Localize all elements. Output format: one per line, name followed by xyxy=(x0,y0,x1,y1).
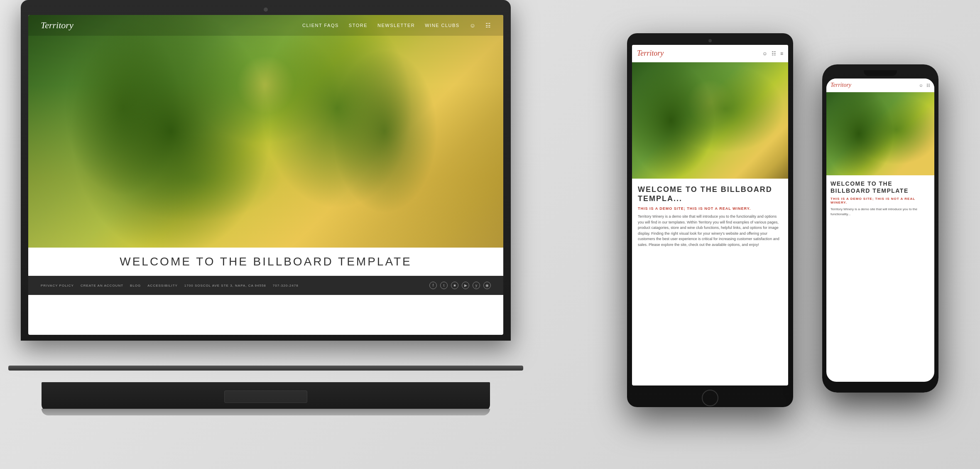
laptop-nav-links: CLIENT FAQS STORE NEWSLETTER WINE CLUBS … xyxy=(302,22,491,29)
laptop-foot-bottom xyxy=(42,409,490,415)
phone-cart-icon[interactable]: ☷ xyxy=(926,83,930,88)
phone-hero-image xyxy=(826,92,934,175)
footer-accessibility[interactable]: ACCESSIBILITY xyxy=(147,284,178,287)
laptop-nav-store[interactable]: STORE xyxy=(349,23,368,28)
tablet-camera xyxy=(708,39,712,42)
laptop-hero-image xyxy=(28,15,503,248)
tablet-cart-icon[interactable]: ☷ xyxy=(772,51,776,56)
phone-device: Territory ☺ ☷ WELCOME TO THE BILLBOARD T… xyxy=(822,64,938,393)
youtube-icon[interactable]: ▶ xyxy=(462,282,469,289)
tablet-hero-image xyxy=(632,62,788,179)
laptop-keyboard xyxy=(42,382,490,411)
laptop-hero-title-bar: WELCOME TO THE BILLBOARD TEMPLATE xyxy=(28,248,503,276)
phone-demo-label: THIS IS A DEMO SITE; THIS IS NOT A REAL … xyxy=(831,197,930,204)
phone-nav-icons: ☺ ☷ xyxy=(919,83,930,88)
laptop-trackpad xyxy=(224,390,307,403)
laptop-nav-newsletter[interactable]: NEWSLETTER xyxy=(377,23,415,28)
laptop-hinge xyxy=(8,366,523,371)
tablet-screen: Territory ☺ ☷ ≡ WELCOME TO THE BILLBOARD… xyxy=(632,45,788,386)
laptop-logo[interactable]: Territory xyxy=(41,20,74,31)
footer-create-account[interactable]: CREATE AN ACCOUNT xyxy=(81,284,123,287)
twitter-icon[interactable]: t xyxy=(440,282,448,289)
laptop-nav-user-icon[interactable]: ☺ xyxy=(470,22,475,29)
tablet-nav-icons: ☺ ☷ ≡ xyxy=(762,51,783,56)
laptop-nav-cart-icon[interactable]: ☷ xyxy=(485,22,491,29)
tablet-content: WELCOME TO THE BILLBOARD TEMPLA... THIS … xyxy=(632,179,788,254)
laptop-footer-social: f t ■ ▶ y ◉ xyxy=(429,282,491,289)
laptop-device: Territory CLIENT FAQS STORE NEWSLETTER W… xyxy=(21,0,511,415)
footer-privacy-policy[interactable]: PRIVACY POLICY xyxy=(41,284,74,287)
laptop-site-nav: Territory CLIENT FAQS STORE NEWSLETTER W… xyxy=(28,15,503,36)
phone-notch xyxy=(864,70,897,76)
footer-address: 1700 SOSCOL AVE STE 3, NAPA, CA 94558 xyxy=(184,284,266,287)
laptop-lid: Territory CLIENT FAQS STORE NEWSLETTER W… xyxy=(21,0,511,341)
tablet-nav: Territory ☺ ☷ ≡ xyxy=(632,45,788,62)
tablet-home-button[interactable] xyxy=(702,390,718,406)
tablet-user-icon[interactable]: ☺ xyxy=(762,51,767,56)
facebook-icon[interactable]: f xyxy=(429,282,437,289)
laptop-nav-wine-clubs[interactable]: WINE CLUBS xyxy=(425,23,459,28)
phone-content: WELCOME TO THE BILLBOARD TEMPLATE THIS I… xyxy=(826,175,934,222)
tablet-device: Territory ☺ ☷ ≡ WELCOME TO THE BILLBOARD… xyxy=(627,33,793,407)
laptop-footer: PRIVACY POLICY CREATE AN ACCOUNT BLOG AC… xyxy=(28,276,503,295)
phone-user-icon[interactable]: ☺ xyxy=(919,83,923,88)
phone-body-text: Territory Winery is a demo site that wil… xyxy=(831,207,930,217)
laptop-footer-links: PRIVACY POLICY CREATE AN ACCOUNT BLOG AC… xyxy=(41,284,299,287)
laptop-nav-client-faqs[interactable]: CLIENT FAQS xyxy=(302,23,339,28)
tablet-demo-label: THIS IS A DEMO SITE; THIS IS NOT A REAL … xyxy=(638,206,782,211)
tablet-logo[interactable]: Territory xyxy=(637,49,664,58)
tablet-body-text: Territory Winery is a demo site that wil… xyxy=(638,214,782,248)
footer-blog[interactable]: BLOG xyxy=(130,284,141,287)
phone-logo[interactable]: Territory xyxy=(831,82,851,88)
tablet-menu-icon[interactable]: ≡ xyxy=(780,51,783,56)
laptop-hero-title: WELCOME TO THE BILLBOARD TEMPLATE xyxy=(41,255,491,268)
tablet-section-title: WELCOME TO THE BILLBOARD TEMPLA... xyxy=(638,185,782,203)
instagram-icon[interactable]: ■ xyxy=(451,282,458,289)
scene: Territory CLIENT FAQS STORE NEWSLETTER W… xyxy=(0,0,980,469)
footer-phone: 707-320-2478 xyxy=(273,284,299,287)
tripadvisor-icon[interactable]: ◉ xyxy=(483,282,491,289)
phone-section-title: WELCOME TO THE BILLBOARD TEMPLATE xyxy=(831,180,930,194)
phone-nav: Territory ☺ ☷ xyxy=(826,79,934,92)
laptop-screen: Territory CLIENT FAQS STORE NEWSLETTER W… xyxy=(28,15,503,335)
yelp-icon[interactable]: y xyxy=(473,282,480,289)
phone-screen: Territory ☺ ☷ WELCOME TO THE BILLBOARD T… xyxy=(826,79,934,382)
laptop-camera xyxy=(264,7,268,12)
